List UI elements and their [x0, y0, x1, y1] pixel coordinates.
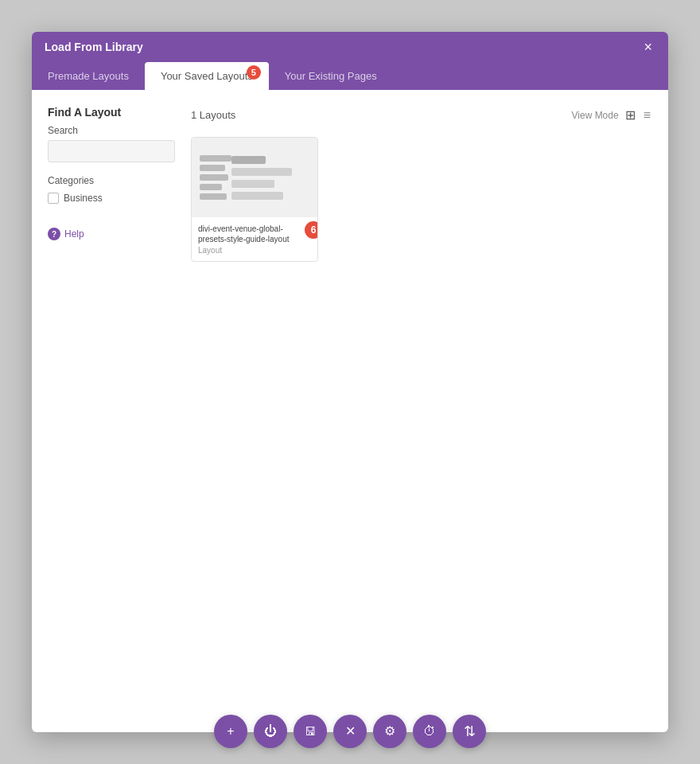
modal-body: Find A Layout Search Categories Business… — [32, 90, 668, 732]
view-mode-container: View Mode ⊞ ≡ — [572, 106, 653, 124]
help-label: Help — [64, 228, 84, 240]
view-mode-label: View Mode — [572, 110, 619, 121]
help-link[interactable]: ? Help — [48, 228, 175, 240]
help-icon: ? — [48, 228, 60, 240]
tab-existing-pages[interactable]: Your Existing Pages — [269, 62, 393, 90]
modal-header: Load From Library × — [32, 32, 668, 62]
layout-name: divi-event-venue-global-presets-style-gu… — [198, 224, 311, 244]
layout-preview — [192, 138, 317, 217]
categories-label: Categories — [48, 175, 175, 186]
gear-icon: ⚙ — [384, 725, 395, 738]
sliders-button[interactable]: ⇅ — [453, 715, 486, 748]
tab-saved-layouts[interactable]: Your Saved Layouts 5 — [145, 62, 269, 90]
main-content: 1 Layouts View Mode ⊞ ≡ — [191, 106, 652, 716]
tab-premade-layouts[interactable]: Premade Layouts — [32, 62, 145, 90]
add-icon: + — [227, 725, 234, 738]
history-button[interactable]: ⏱ — [413, 715, 446, 748]
search-input[interactable] — [48, 140, 175, 162]
business-checkbox[interactable] — [48, 193, 59, 204]
find-layout-title: Find A Layout — [48, 106, 175, 119]
sidebar: Find A Layout Search Categories Business… — [48, 106, 175, 716]
add-button[interactable]: + — [214, 715, 247, 748]
layout-card[interactable]: divi-event-venue-global-presets-style-gu… — [191, 137, 318, 262]
sliders-icon: ⇅ — [464, 724, 476, 739]
modal-load-from-library: Load From Library × Premade Layouts Your… — [32, 32, 668, 732]
close-button[interactable]: × — [640, 40, 655, 54]
layout-badge: 6 — [305, 221, 318, 239]
layout-info: divi-event-venue-global-presets-style-gu… — [192, 217, 317, 261]
close-icon: ✕ — [345, 725, 356, 738]
saved-layouts-badge: 5 — [247, 65, 261, 80]
settings-button[interactable]: ⚙ — [373, 715, 406, 748]
save-icon: 🖫 — [305, 726, 316, 737]
layout-type: Layout — [198, 246, 311, 255]
business-label: Business — [64, 193, 103, 204]
layouts-count: 1 Layouts — [191, 109, 235, 121]
layout-preview-lines — [231, 156, 317, 200]
power-button[interactable]: ⏻ — [254, 715, 287, 748]
bottom-toolbar: + ⏻ 🖫 ✕ ⚙ ⏱ ⇅ — [214, 715, 486, 748]
search-label: Search — [48, 125, 175, 136]
power-icon: ⏻ — [264, 725, 277, 738]
layouts-grid: divi-event-venue-global-presets-style-gu… — [191, 137, 652, 262]
grid-view-icon[interactable]: ⊞ — [624, 106, 637, 124]
content-header: 1 Layouts View Mode ⊞ ≡ — [191, 106, 652, 124]
modal-title: Load From Library — [45, 41, 143, 53]
clock-icon: ⏱ — [423, 725, 436, 738]
save-button[interactable]: 🖫 — [294, 715, 327, 748]
close-toolbar-button[interactable]: ✕ — [333, 715, 367, 748]
preview-thumbnail — [200, 155, 231, 200]
category-business: Business — [48, 193, 175, 204]
list-view-icon[interactable]: ≡ — [642, 107, 652, 124]
tab-bar: Premade Layouts Your Saved Layouts 5 You… — [32, 62, 668, 90]
